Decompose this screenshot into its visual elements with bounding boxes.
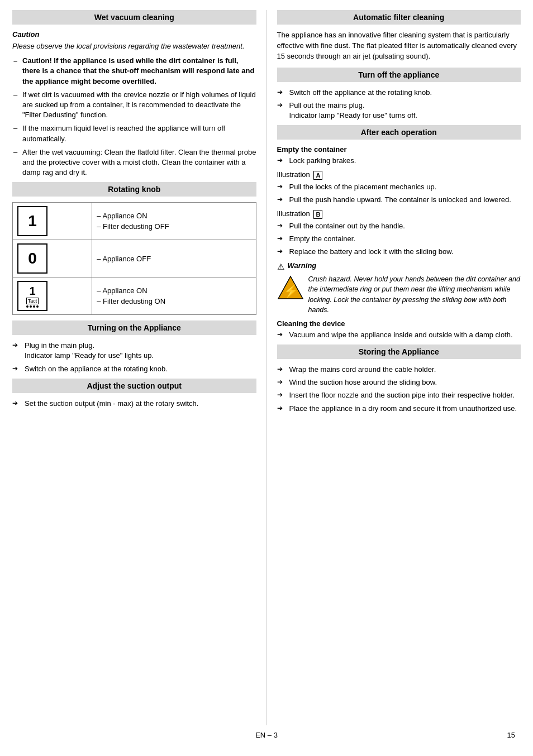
auto-filter-header: Automatic filter cleaning <box>277 10 521 25</box>
storing-item-1: Wrap the mains cord around the cable hol… <box>277 365 521 375</box>
warning-text: Crush hazard. Never hold your hands betw… <box>308 274 521 315</box>
warning-content: ⚡ Crush hazard. Never hold your hands be… <box>277 274 521 315</box>
knob-tact-dot-3 <box>33 305 35 308</box>
knob-desc-text-2: – Appliance OFF <box>97 253 251 265</box>
knob-desc-2: – Appliance OFF <box>92 240 256 277</box>
caution-item-3: If the maximum liquid level is reached t… <box>12 123 256 143</box>
knob-desc-1: – Appliance ON – Filter dedusting OFF <box>92 203 256 240</box>
page-number: 15 <box>507 731 515 739</box>
rotating-knob-table: 1 – Appliance ON – Filter dedusting OFF … <box>12 202 256 315</box>
adjust-item-1: Set the suction output (min - max) at th… <box>12 399 256 409</box>
illustration-a-box: A <box>313 171 322 180</box>
warning-label: Warning <box>288 261 317 270</box>
knob-desc-3: – Appliance ON – Filter dedusting ON <box>92 277 256 315</box>
svg-text:⚡: ⚡ <box>283 284 298 299</box>
empty-container-list-1: Lock parking brakes. <box>277 156 521 166</box>
cleaning-device-list: Vacuum and wipe the appliance inside and… <box>277 330 521 340</box>
turn-off-list: Switch off the appliance at the rotating… <box>277 88 521 121</box>
adjust-list: Set the suction output (min - max) at th… <box>12 399 256 409</box>
lock-parking-item: Lock parking brakes. <box>277 156 521 166</box>
warning-container: ⚠ Warning <box>277 261 521 272</box>
knob-icon-1: 1 <box>13 203 92 240</box>
pull-locks-item: Pull the locks of the placement mechanic… <box>277 182 521 192</box>
storing-header: Storing the Appliance <box>277 344 521 359</box>
columns: Wet vacuum cleaning Caution Please obser… <box>12 10 521 725</box>
caution-item-2: If wet dirt is vacuumed with the crevice… <box>12 90 256 121</box>
after-each-header: After each operation <box>277 125 521 140</box>
turning-on-header: Turning on the Appliance <box>12 320 256 335</box>
turn-off-item-2: Pull out the mains plug.Indicator lamp "… <box>277 101 521 121</box>
caution-list: Caution! If the appliance is used while … <box>12 56 256 178</box>
rotating-knob-header: Rotating knob <box>12 182 256 197</box>
knob-number-1: 1 <box>17 206 47 236</box>
left-column: Wet vacuum cleaning Caution Please obser… <box>12 10 267 725</box>
empty-container-list-3: Pull the container out by the handle. Em… <box>277 221 521 257</box>
turning-on-item-2: Switch on the appliance at the rotating … <box>12 364 256 374</box>
empty-container-header: Empty the container <box>277 145 521 154</box>
page: Wet vacuum cleaning Caution Please obser… <box>0 0 533 756</box>
knob-tact-dot-1 <box>26 305 28 308</box>
vacuum-wipe-item: Vacuum and wipe the appliance inside and… <box>277 330 521 340</box>
turning-on-list: Plug in the main plug.Indicator lamp "Re… <box>12 341 256 374</box>
storing-item-2: Wind the suction hose around the sliding… <box>277 377 521 387</box>
knob-icon-2: 0 <box>13 240 92 277</box>
storing-item-4: Place the appliance in a dry room and se… <box>277 404 521 414</box>
knob-desc-text-1: – Appliance ON – Filter dedusting OFF <box>97 210 251 232</box>
knob-desc-3a: – Appliance ON <box>97 285 251 296</box>
caution-intro: Please observe the local provisions rega… <box>12 41 256 51</box>
warning-section: ⚠ Warning ⚡ Crush hazard. Never hold you… <box>277 261 521 315</box>
knob-row-3: 1 Tact <box>13 277 256 315</box>
pull-container-item: Pull the container out by the handle. <box>277 221 521 231</box>
turn-off-item-1: Switch off the appliance at the rotating… <box>277 88 521 98</box>
turning-on-item-1: Plug in the main plug.Indicator lamp "Re… <box>12 341 256 361</box>
turn-off-header: Turn off the appliance <box>277 68 521 82</box>
knob-number-0: 0 <box>17 243 47 274</box>
page-footer: EN – 3 15 <box>12 725 521 739</box>
storing-list: Wrap the mains cord around the cable hol… <box>277 365 521 414</box>
warning-symbol: ⚠ <box>277 262 284 272</box>
caution-label: Caution <box>12 30 256 39</box>
empty-container-list-2: Pull the locks of the placement mechanic… <box>277 182 521 205</box>
knob-tact-inner: 1 Tact <box>26 285 39 308</box>
cleaning-device-header: Cleaning the device <box>277 319 521 328</box>
knob-desc-text-3: – Appliance ON – Filter dedusting ON <box>97 285 251 307</box>
knob-desc-3b: – Filter dedusting ON <box>97 296 251 307</box>
knob-tact-dots <box>26 305 39 308</box>
caution-item-4: After the wet vacuuming: Clean the flatf… <box>12 147 256 178</box>
knob-row-1: 1 – Appliance ON – Filter dedusting OFF <box>13 203 256 240</box>
knob-tact-number: 1 <box>29 285 35 298</box>
caution-item-1: Caution! If the appliance is used while … <box>12 56 256 87</box>
knob-desc-1a: – Appliance ON <box>97 210 251 222</box>
knob-desc-2a: – Appliance OFF <box>97 253 251 265</box>
pull-push-handle-item: Pull the push handle upward. The contain… <box>277 195 521 205</box>
warning-icon-svg: ⚡ <box>277 274 304 301</box>
wet-vacuum-header: Wet vacuum cleaning <box>12 10 256 25</box>
illustration-b-box: B <box>313 210 322 219</box>
right-column: Automatic filter cleaning The appliance … <box>267 10 521 725</box>
illustration-b-label: Illustration B <box>277 209 521 219</box>
knob-tact-icon: 1 Tact <box>17 281 47 311</box>
illustration-a-label: Illustration A <box>277 170 521 180</box>
adjust-header: Adjust the suction output <box>12 379 256 393</box>
knob-tact-dot-2 <box>30 305 32 308</box>
storing-item-3: Insert the floor nozzle and the suction … <box>277 390 521 400</box>
knob-tact-dot-4 <box>36 305 39 308</box>
knob-row-2: 0 – Appliance OFF <box>13 240 256 277</box>
knob-desc-1b: – Filter dedusting OFF <box>97 221 251 232</box>
knob-icon-3: 1 Tact <box>13 277 92 315</box>
knob-tact-label: Tact <box>26 298 39 304</box>
footer-center-text: EN – 3 <box>255 731 278 739</box>
replace-battery-item: Replace the battery and lock it with the… <box>277 247 521 257</box>
empty-container-item: Empty the container. <box>277 234 521 244</box>
auto-filter-text: The appliance has an innovative filter c… <box>277 30 521 62</box>
